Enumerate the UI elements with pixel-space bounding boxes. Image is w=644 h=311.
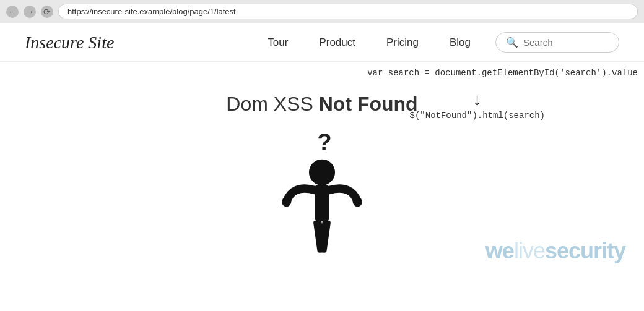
page-title-normal: Dom XSS xyxy=(226,93,318,115)
forward-button[interactable]: → xyxy=(24,6,36,18)
address-bar[interactable]: https://insecure-site.example/blog/page/… xyxy=(58,4,638,19)
watermark-security: security xyxy=(545,238,625,263)
svg-point-1 xyxy=(309,160,335,185)
svg-point-4 xyxy=(353,197,362,207)
nav-pricing[interactable]: Pricing xyxy=(386,36,419,49)
watermark-we: we xyxy=(485,238,514,263)
arrow-annotation: ↓ $("NotFound").html(search) xyxy=(410,90,545,121)
browser-chrome: ← → ⟳ https://insecure-site.example/blog… xyxy=(0,0,644,23)
down-arrow-icon: ↓ xyxy=(410,90,545,109)
search-box[interactable]: 🔍 xyxy=(495,32,619,53)
watermark-live: live xyxy=(514,238,545,263)
refresh-button[interactable]: ⟳ xyxy=(41,6,53,18)
watermark: welivesecurity xyxy=(485,238,625,264)
nav-product[interactable]: Product xyxy=(319,36,355,49)
function-call-text: $("NotFound").html(search) xyxy=(410,111,545,121)
code-annotation: var search = document.getElementById('se… xyxy=(367,68,638,78)
nav-links: Tour Product Pricing Blog xyxy=(268,36,471,49)
navbar: Insecure Site Tour Product Pricing Blog … xyxy=(0,23,644,62)
svg-text:?: ? xyxy=(317,129,331,155)
page-title-bold: Not Found xyxy=(319,93,418,115)
search-input[interactable] xyxy=(523,37,609,48)
site-logo: Insecure Site xyxy=(25,33,114,53)
nav-tour[interactable]: Tour xyxy=(268,36,288,49)
search-icon: 🔍 xyxy=(506,36,518,48)
svg-point-3 xyxy=(282,197,291,207)
person-figure: ? xyxy=(266,128,378,264)
main-content: var search = document.getElementById('se… xyxy=(0,62,644,276)
back-button[interactable]: ← xyxy=(6,6,19,18)
nav-blog[interactable]: Blog xyxy=(450,36,471,49)
